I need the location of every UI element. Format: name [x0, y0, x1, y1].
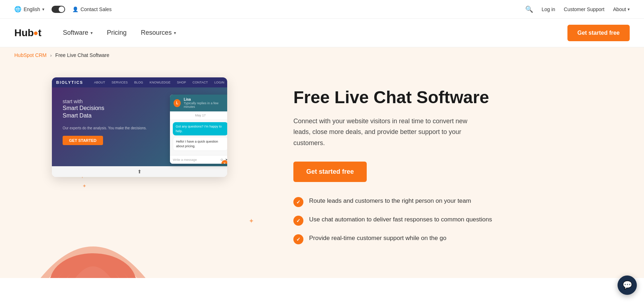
login-link[interactable]: Log in: [542, 6, 555, 12]
person-icon: 👤: [72, 6, 78, 12]
feature-item-1: ✓ Route leads and customers to the right…: [293, 196, 601, 207]
share-icon: ⬆: [137, 169, 142, 174]
software-label: Software: [63, 29, 88, 37]
hero-content: Free Live Chat Software Connect with you…: [293, 77, 630, 278]
nav-links: Software ▾ Pricing Resources ▾: [63, 29, 567, 37]
search-icon[interactable]: 🔍: [525, 5, 533, 13]
breadcrumb-separator-icon: ›: [50, 53, 52, 58]
theme-toggle[interactable]: [52, 6, 65, 13]
checkmark-icon-3: ✓: [296, 236, 301, 242]
breadcrumb-current-page: Free Live Chat Software: [55, 52, 109, 58]
breadcrumb: HubSpot CRM › Free Live Chat Software: [0, 47, 644, 63]
logo-dot: [34, 32, 38, 35]
main-nav: Hubt Software ▾ Pricing Resources ▾ Get …: [0, 19, 644, 47]
resources-nav-item[interactable]: Resources ▾: [141, 29, 176, 37]
chat-header: L Lisa Typically replies in a few minute…: [170, 95, 227, 111]
logo-text: Hubt: [14, 27, 42, 39]
check-circle-1: ✓: [293, 197, 303, 207]
pricing-nav-item[interactable]: Pricing: [107, 29, 127, 37]
browser-cta-button: GET STARTED: [63, 136, 103, 145]
get-started-nav-button[interactable]: Get started free: [567, 25, 630, 41]
checkmark-icon-1: ✓: [296, 199, 301, 205]
globe-icon: 🌐: [14, 6, 21, 13]
software-chevron-icon: ▾: [91, 30, 93, 35]
chat-footer: Write a message ☺ ➤: [170, 155, 227, 164]
chat-overlay: L Lisa Typically replies in a few minute…: [170, 95, 227, 164]
chat-agent-status: Typically replies in a few minutes: [184, 101, 227, 109]
browser-bar: BIOLYTICS ABOUT SERVICES BLOG KNOWLEDGE …: [52, 77, 227, 87]
browser-nav: ABOUT SERVICES BLOG KNOWLEDGE SHOP CONTA…: [94, 81, 224, 84]
chat-input-placeholder[interactable]: Write a message: [173, 158, 218, 162]
feature-text-2: Use chat automation to deliver fast resp…: [309, 215, 492, 224]
language-toggle[interactable]: 🌐 English ▾: [14, 6, 44, 13]
feature-list: ✓ Route leads and customers to the right…: [293, 196, 601, 244]
browser-nav-login: LOGIN: [214, 81, 224, 84]
chat-avatar: L: [174, 99, 181, 107]
hubspot-logo[interactable]: Hubt: [14, 27, 42, 39]
feature-item-3: ✓ Provide real-time customer support whi…: [293, 234, 601, 244]
browser-screen: start with Smart Decisions Smart Data Ou…: [52, 87, 227, 166]
language-label: English: [24, 6, 40, 12]
top-bar-right: 🔍 Log in Customer Support About ▾: [525, 5, 630, 13]
pricing-label: Pricing: [107, 29, 127, 37]
hero-description: Connect with your website visitors in re…: [293, 116, 479, 149]
about-label: About: [613, 6, 626, 12]
check-circle-3: ✓: [293, 234, 303, 244]
browser-mockup: BIOLYTICS ABOUT SERVICES BLOG KNOWLEDGE …: [52, 77, 227, 177]
contact-sales-label: Contact Sales: [80, 6, 112, 12]
browser-logo: BIOLYTICS: [56, 80, 83, 85]
chat-bubble-1: Got any questions? I'm happy to help.: [173, 122, 227, 135]
hero-cta-button[interactable]: Get started free: [293, 162, 367, 182]
chat-agent-info: Lisa Typically replies in a few minutes: [184, 97, 227, 109]
contact-sales-link[interactable]: 👤 Contact Sales: [72, 6, 112, 12]
customer-support-link[interactable]: Customer Support: [564, 6, 605, 12]
top-bar-left: 🌐 English ▾ 👤 Contact Sales: [14, 6, 112, 13]
chat-agent-name: Lisa: [184, 97, 227, 101]
browser-nav-services: SERVICES: [112, 81, 128, 84]
check-circle-2: ✓: [293, 216, 303, 226]
hero-section: ✦ ✦ ✦ BIOLYTICS ABOUT SERVICES BLOG KNOW…: [0, 63, 644, 278]
arc-svg: [32, 212, 154, 278]
sparkle-icon-3: ✦: [249, 217, 254, 225]
chat-close-icon: ✕: [221, 160, 227, 164]
feature-item-2: ✓ Use chat automation to deliver fast re…: [293, 215, 601, 226]
about-chevron-icon: ▾: [628, 7, 630, 12]
breadcrumb-crm-link[interactable]: HubSpot CRM: [14, 52, 47, 58]
about-link[interactable]: About ▾: [613, 6, 630, 12]
browser-nav-contact: CONTACT: [192, 81, 208, 84]
sparkle-icon-2: ✦: [82, 183, 87, 189]
browser-nav-about: ABOUT: [94, 81, 105, 84]
resources-label: Resources: [141, 29, 172, 37]
lang-chevron-icon: ▾: [42, 7, 44, 12]
chat-date: May 17: [170, 111, 227, 119]
feature-text-3: Provide real-time customer support while…: [309, 234, 447, 243]
browser-nav-shop: SHOP: [177, 81, 186, 84]
browser-nav-knowledge: KNOWLEDGE: [150, 81, 171, 84]
software-nav-item[interactable]: Software ▾: [63, 29, 93, 37]
top-bar: 🌐 English ▾ 👤 Contact Sales 🔍 Log in Cus…: [0, 0, 644, 19]
browser-share-bar: ⬆: [52, 166, 227, 177]
hero-illustration: ✦ ✦ ✦ BIOLYTICS ABOUT SERVICES BLOG KNOW…: [14, 77, 265, 278]
arc-decoration: [32, 212, 154, 278]
checkmark-icon-2: ✓: [296, 218, 301, 224]
resources-chevron-icon: ▾: [174, 30, 176, 35]
hero-title: Free Live Chat Software: [293, 88, 601, 107]
chat-body: Got any questions? I'm happy to help. He…: [170, 119, 227, 155]
feature-text-1: Route leads and customers to the right p…: [309, 196, 471, 206]
browser-nav-blog: BLOG: [134, 81, 143, 84]
chat-bubble-2: Hello! I have a quick question about pri…: [173, 137, 227, 151]
